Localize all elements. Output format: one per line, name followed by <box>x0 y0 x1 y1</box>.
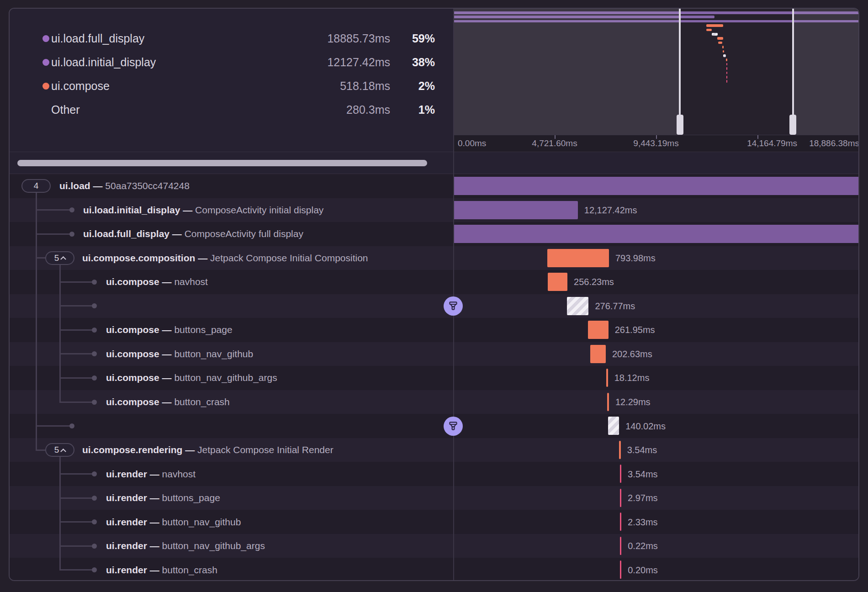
span-duration-bar[interactable] <box>567 297 588 315</box>
span-tree-cell: ui.compose — navhost <box>10 270 453 294</box>
span-bar-cell: 2.33ms <box>453 510 859 534</box>
span-row[interactable]: 4ui.load — 50aa7350cc474248 <box>10 174 859 198</box>
span-duration-bar[interactable] <box>453 177 859 195</box>
legend-op-label: ui.compose <box>51 79 110 93</box>
span-row[interactable]: ui.render — button_nav_github2.33ms <box>10 510 859 534</box>
span-bar-cell: 3.54ms <box>453 438 859 462</box>
tree-node-dot <box>92 280 97 285</box>
axis-time-label: 18,886.38ms <box>809 138 859 148</box>
span-row[interactable]: ui.load.initial_display — ComposeActivit… <box>10 198 859 222</box>
tree-connector-line <box>36 209 72 211</box>
span-description: ComposeActivity initial display <box>195 205 323 215</box>
span-row[interactable]: 5ui.compose.rendering — Jetpack Compose … <box>10 438 859 462</box>
minimap-handle-grip[interactable] <box>677 115 683 135</box>
span-children-toggle-badge[interactable]: 4 <box>21 179 51 193</box>
span-tree-cell: ui.load.full_display — ComposeActivity f… <box>10 222 453 246</box>
span-bar-cell: 256.23ms <box>453 270 859 294</box>
span-row[interactable]: ui.render — buttons_page2.97ms <box>10 486 859 510</box>
span-children-toggle-badge[interactable]: 5 <box>45 251 74 265</box>
span-duration-bar[interactable] <box>620 513 622 531</box>
span-duration-bar[interactable] <box>588 321 608 339</box>
minimap-span-line <box>706 29 712 32</box>
span-title-dash: — <box>159 372 175 383</box>
span-title: ui.load.initial_display — ComposeActivit… <box>83 205 323 216</box>
span-row[interactable]: ui.compose — button_nav_github202.63ms <box>10 342 859 366</box>
span-title: ui.compose.composition — Jetpack Compose… <box>82 253 368 264</box>
span-duration-label: 2.97ms <box>628 493 658 503</box>
tree-node-dot <box>69 207 74 212</box>
span-op: ui.load.initial_display <box>83 205 180 215</box>
trace-minimap[interactable] <box>453 9 859 135</box>
profile-icon-badge[interactable] <box>444 417 463 436</box>
span-duration-bar[interactable] <box>620 465 622 483</box>
axis-time-label: 9,443.19ms <box>633 138 678 148</box>
span-row[interactable]: ui.render — navhost3.54ms <box>10 462 859 486</box>
span-duration-bar[interactable] <box>619 441 621 459</box>
span-row[interactable]: ui.compose — button_crash12.29ms <box>10 390 859 414</box>
span-tree-cell: ui.compose — button_nav_github <box>10 342 453 366</box>
tree-connector-line <box>59 521 95 523</box>
axis-time-label: 0.00ms <box>458 138 486 148</box>
legend-duration-value: 518.18ms <box>340 79 390 93</box>
span-row[interactable]: 140.02ms <box>10 414 859 438</box>
minimap-span-line <box>706 24 723 27</box>
span-bar-cell <box>453 174 859 198</box>
tree-connector-line <box>36 257 46 259</box>
span-duration-bar[interactable] <box>547 249 609 267</box>
profile-flashlight-icon <box>447 420 459 432</box>
tree-connector-line <box>59 473 95 475</box>
span-duration-bar[interactable] <box>453 201 578 219</box>
span-row[interactable]: ui.compose — button_nav_github_args18.12… <box>10 366 859 390</box>
span-duration-bar[interactable] <box>620 489 622 507</box>
span-duration-bar[interactable] <box>607 393 609 411</box>
profile-flashlight-icon <box>447 300 459 312</box>
span-duration-bar[interactable] <box>606 369 608 387</box>
span-duration-bar[interactable] <box>548 273 567 291</box>
span-tree-cell <box>10 294 453 318</box>
span-bar-cell: 12.29ms <box>453 390 859 414</box>
span-row[interactable]: ui.render — button_nav_github_args0.22ms <box>10 534 859 558</box>
tree-node-dot <box>92 351 97 356</box>
span-row[interactable]: ui.compose — buttons_page261.95ms <box>10 318 859 342</box>
tree-connector-line <box>36 233 72 235</box>
horizontal-scrollbar-thumb[interactable] <box>17 160 427 166</box>
span-duration-bar[interactable] <box>620 560 622 579</box>
minimap-span-line <box>717 37 723 40</box>
span-description: button_nav_github <box>162 517 241 527</box>
span-duration-bar[interactable] <box>620 537 622 555</box>
span-row[interactable]: 276.77ms <box>10 294 859 318</box>
legend-op-label: Other <box>51 103 80 116</box>
span-title: ui.render — button_nav_github_args <box>106 540 265 551</box>
trace-container: ui.load.full_display18885.73ms59%ui.load… <box>9 8 859 581</box>
span-row[interactable]: 5ui.compose.composition — Jetpack Compos… <box>10 246 859 270</box>
tree-connector-line <box>59 569 95 571</box>
span-duration-bar[interactable] <box>590 345 606 363</box>
tree-connector-line <box>59 329 95 331</box>
span-title-dash: — <box>90 180 106 191</box>
minimap-span-line <box>726 63 728 66</box>
span-row[interactable]: ui.load.full_display — ComposeActivity f… <box>10 222 859 246</box>
minimap-handle-grip[interactable] <box>789 115 796 135</box>
span-description: buttons_page <box>162 492 220 503</box>
span-bar-cell: 0.22ms <box>453 534 859 558</box>
span-bar-cell: 202.63ms <box>453 342 859 366</box>
span-title: ui.compose — buttons_page <box>106 324 233 335</box>
panel-divider[interactable] <box>453 9 454 580</box>
span-row[interactable]: ui.render — button_crash0.20ms <box>10 558 859 581</box>
tree-node-dot <box>92 544 97 549</box>
span-row[interactable]: ui.compose — navhost256.23ms <box>10 270 859 294</box>
span-title-dash: — <box>159 276 175 287</box>
span-duration-bar[interactable] <box>453 225 859 243</box>
span-duration-label: 0.20ms <box>628 565 658 575</box>
span-description: button_crash <box>174 396 229 407</box>
span-title-dash: — <box>180 205 195 215</box>
tree-node-dot <box>92 328 97 333</box>
span-children-toggle-badge[interactable]: 5 <box>45 443 74 457</box>
profile-icon-badge[interactable] <box>444 296 463 316</box>
span-duration-bar[interactable] <box>608 417 619 435</box>
span-tree-cell <box>10 414 453 438</box>
minimap-span-line <box>726 80 728 83</box>
span-title-dash: — <box>147 469 162 479</box>
span-title-dash: — <box>147 540 162 551</box>
minimap-span-line <box>722 46 724 48</box>
